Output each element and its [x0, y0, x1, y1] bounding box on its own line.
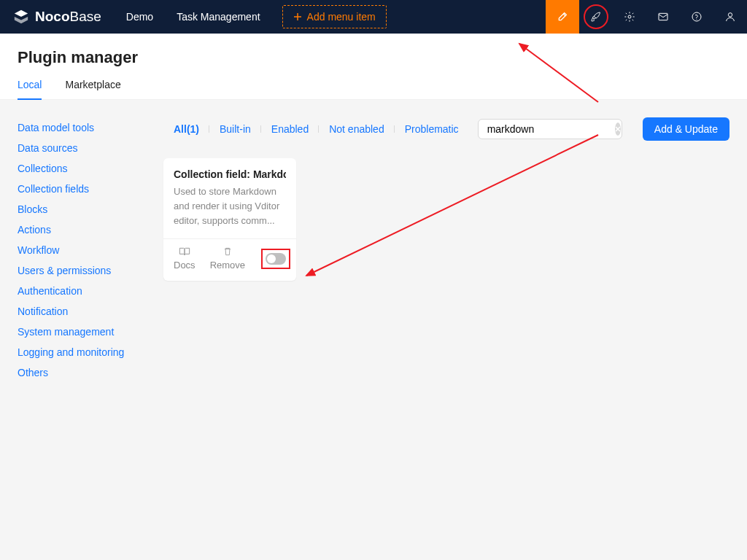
book-icon — [179, 246, 190, 257]
search-box — [478, 119, 622, 139]
person-icon — [724, 11, 736, 23]
mail-icon[interactable] — [646, 0, 680, 34]
sidebar-item-data-sources[interactable]: Data sources — [18, 138, 146, 158]
help-icon[interactable] — [680, 0, 713, 34]
nav-items: Demo Task Management Add menu item — [115, 0, 387, 34]
sidebar-item-notification[interactable]: Notification — [18, 301, 146, 322]
search-input[interactable] — [487, 123, 615, 135]
plugin-remove-action[interactable]: Remove — [210, 246, 245, 271]
logo[interactable]: NocoBase — [0, 9, 115, 25]
close-icon — [615, 126, 621, 132]
add-menu-label: Add menu item — [307, 11, 376, 23]
filter-not-enabled[interactable]: Not enabled — [319, 123, 395, 135]
add-menu-item-button[interactable]: Add menu item — [282, 5, 387, 28]
sidebar-item-logging-monitoring[interactable]: Logging and monitoring — [18, 342, 146, 362]
trash-icon — [222, 246, 233, 257]
sidebar-item-users-permissions[interactable]: Users & permissions — [18, 260, 146, 281]
plugin-toggle-wrap — [266, 253, 286, 265]
plugin-manager-icon[interactable] — [579, 0, 613, 34]
sidebar-item-data-model-tools[interactable]: Data model tools — [18, 117, 146, 138]
plugin-docs-action[interactable]: Docs — [174, 246, 196, 271]
svg-point-0 — [628, 15, 631, 18]
header-icons — [546, 0, 747, 34]
sidebar-item-others[interactable]: Others — [18, 362, 146, 383]
tab-marketplace[interactable]: Marketplace — [65, 79, 120, 99]
plugin-card-footer: Docs Remove — [163, 238, 296, 281]
design-mode-icon[interactable] — [546, 0, 579, 34]
sidebar-item-authentication[interactable]: Authentication — [18, 281, 146, 301]
filter-tabs: All(1) Built-in Enabled Not enabled Prob… — [163, 123, 469, 135]
main-panel: All(1) Built-in Enabled Not enabled Prob… — [163, 117, 729, 383]
settings-icon[interactable] — [613, 0, 646, 34]
filter-problematic[interactable]: Problematic — [395, 123, 469, 135]
highlighter-icon — [557, 11, 568, 23]
plugin-remove-label: Remove — [210, 260, 245, 271]
sidebar-item-workflow[interactable]: Workflow — [18, 240, 146, 260]
svg-point-3 — [696, 19, 697, 20]
plugin-title: Collection field: Markdow — [174, 168, 286, 180]
filter-bar: All(1) Built-in Enabled Not enabled Prob… — [163, 117, 729, 141]
sidebar-item-system-management[interactable]: System management — [18, 322, 146, 342]
add-update-button[interactable]: Add & Update — [643, 117, 729, 141]
sidebar-item-collections[interactable]: Collections — [18, 158, 146, 179]
logo-text-bold: Noco — [35, 9, 70, 25]
plugin-enable-toggle[interactable] — [266, 253, 286, 265]
sidebar: Data model tools Data sources Collection… — [18, 117, 146, 383]
sidebar-item-collection-fields[interactable]: Collection fields — [18, 179, 146, 199]
content: Data model tools Data sources Collection… — [0, 100, 747, 400]
filter-enabled[interactable]: Enabled — [261, 123, 319, 135]
svg-point-2 — [692, 12, 701, 21]
logo-text-light: Base — [70, 9, 101, 25]
page-tabs: Local Marketplace — [18, 79, 729, 99]
question-icon — [691, 11, 703, 23]
plugin-description: Used to store Markdown and render it usi… — [174, 184, 286, 228]
plugin-docs-label: Docs — [174, 260, 196, 271]
plugin-card-body: Collection field: Markdow Used to store … — [163, 158, 296, 238]
tab-local[interactable]: Local — [18, 79, 42, 99]
rocket-icon — [590, 11, 602, 23]
sidebar-item-actions[interactable]: Actions — [18, 219, 146, 240]
filter-all[interactable]: All(1) — [163, 123, 209, 135]
logo-icon — [13, 9, 29, 25]
svg-rect-1 — [659, 13, 667, 20]
nav-item-demo[interactable]: Demo — [115, 0, 165, 34]
user-icon[interactable] — [713, 0, 747, 34]
sidebar-item-blocks[interactable]: Blocks — [18, 199, 146, 219]
filter-builtin[interactable]: Built-in — [209, 123, 261, 135]
svg-point-4 — [728, 13, 732, 17]
app-header: NocoBase Demo Task Management Add menu i… — [0, 0, 747, 34]
nav-item-task-management[interactable]: Task Management — [165, 0, 271, 34]
plugin-card[interactable]: Collection field: Markdow Used to store … — [163, 158, 296, 281]
gear-icon — [624, 11, 635, 23]
envelope-icon — [657, 11, 669, 23]
page-header: Plugin manager Local Marketplace — [0, 34, 747, 100]
page-title: Plugin manager — [18, 48, 729, 67]
plus-icon — [293, 12, 302, 21]
search-clear-button[interactable] — [615, 122, 621, 136]
